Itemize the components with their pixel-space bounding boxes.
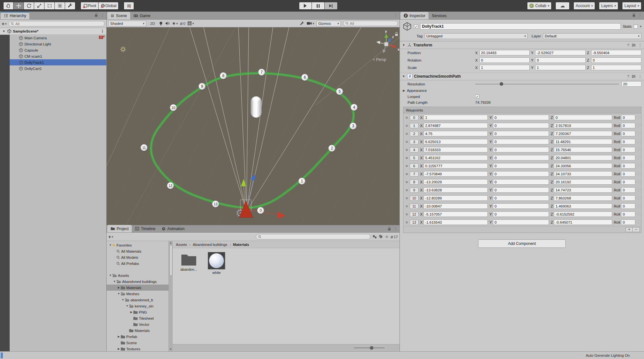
collab-dropdown[interactable]: ✓Collab▾ [527, 2, 552, 10]
create-object-button[interactable]: +▾ [2, 21, 6, 26]
waypoint-4-x-field[interactable] [424, 147, 488, 152]
lock-icon[interactable] [632, 13, 636, 17]
project-tree-item-png[interactable]: ▶PNG [107, 309, 168, 315]
track-waypoint-marker-5[interactable]: 5 [336, 88, 343, 96]
scrollbar-thumb[interactable] [169, 245, 172, 276]
track-waypoint-marker-8[interactable]: 8 [220, 73, 227, 80]
scene-viewport[interactable]: ⚙ 012345678910111213 [107, 27, 399, 225]
waypoint-9-x-field[interactable] [424, 187, 488, 193]
slider-thumb[interactable] [500, 82, 503, 86]
waypoint-move-icon[interactable] [636, 171, 640, 176]
grid-visibility-dropdown[interactable]: ▾ [187, 21, 194, 25]
x-axis-handle[interactable] [277, 211, 286, 218]
active-checkbox[interactable]: ✓ [414, 24, 418, 29]
hierarchy-item-capsule[interactable]: Capsule [10, 47, 106, 53]
position-y-field[interactable] [535, 50, 585, 55]
waypoint-7-z-field[interactable] [554, 171, 612, 177]
track-waypoint-marker-6[interactable]: 6 [301, 74, 308, 82]
drag-handle[interactable]: = [405, 116, 409, 120]
breadcrumb-current[interactable]: Materials [233, 243, 249, 247]
breadcrumb-assets[interactable]: Assets [176, 243, 187, 247]
project-tree-item-abandoned-buildings[interactable]: ▼Abandoned buildings [107, 278, 168, 285]
lighting-toggle[interactable] [159, 21, 163, 26]
project-tree-item-all-prefabs[interactable]: All Prefabs [107, 260, 168, 267]
waypoint-3-z-field[interactable] [554, 139, 612, 144]
waypoint-3-roll-field[interactable] [621, 139, 635, 144]
tab-project[interactable]: Project [107, 225, 132, 232]
gameobject-name-field[interactable]: DollyTrack1 [420, 23, 621, 30]
waypoint-4-roll-field[interactable] [621, 147, 635, 152]
waypoint-11-z-field[interactable] [554, 203, 612, 209]
hierarchy-item-directional-light[interactable]: Directional Light [10, 41, 106, 47]
position-x-field[interactable] [479, 50, 530, 55]
step-button[interactable] [325, 2, 338, 10]
panel-menu-icon[interactable]: ⋮ [638, 13, 642, 17]
project-search[interactable] [256, 234, 370, 239]
project-tree-item-materials[interactable]: ▶Materials [107, 285, 168, 291]
project-tree-item-prefab[interactable]: ▶Prefab [107, 334, 168, 340]
panel-menu-icon[interactable]: ⋮ [394, 227, 398, 231]
drag-handle[interactable]: = [405, 148, 409, 152]
waypoint-index[interactable]: 5 [410, 155, 418, 160]
capsule-object[interactable] [251, 96, 262, 118]
y-axis-handle[interactable] [241, 179, 246, 186]
foldout-icon[interactable]: ▼ [2, 30, 6, 33]
tab-scene[interactable]: Scene [107, 12, 130, 19]
hierarchy-item-dollytrack1[interactable]: DollyTrack1 [10, 59, 106, 65]
transform-tool-button[interactable] [55, 2, 65, 10]
waypoint-5-z-field[interactable] [554, 155, 612, 160]
waypoint-1-z-field[interactable] [554, 123, 612, 128]
waypoint-move-icon[interactable] [636, 147, 640, 152]
grid-snap-button[interactable] [124, 2, 134, 10]
waypoint-11-roll-field[interactable] [621, 203, 635, 209]
tab-game[interactable]: Game [130, 12, 154, 19]
drag-handle[interactable]: = [405, 132, 409, 136]
waypoint-0-roll-field[interactable] [621, 115, 635, 120]
waypoint-9-z-field[interactable] [554, 187, 612, 193]
static-dropdown-icon[interactable]: ▾ [640, 25, 641, 28]
waypoint-move-icon[interactable] [636, 220, 640, 225]
drag-handle[interactable]: = [405, 156, 409, 160]
project-tree-item-all-materials[interactable]: All Materials [107, 248, 168, 254]
track-waypoint-marker-7[interactable]: 7 [258, 69, 265, 76]
track-waypoint-marker-3[interactable]: 3 [350, 123, 357, 130]
waypoint-5-roll-field[interactable] [621, 155, 635, 160]
waypoint-13-roll-field[interactable] [621, 219, 635, 225]
waypoint-5-y-field[interactable] [493, 155, 549, 160]
asset-item-folder[interactable]: abandon... [177, 252, 200, 271]
help-icon[interactable]: ? [627, 74, 629, 78]
foldout-icon[interactable]: ▶ [117, 286, 120, 289]
presets-icon[interactable] [632, 44, 636, 47]
project-tree-item-tilesheet[interactable]: Tilesheet [107, 315, 168, 321]
asset-item-material[interactable]: white [205, 252, 228, 275]
track-waypoint-marker-13[interactable]: 13 [212, 201, 219, 208]
layers-dropdown[interactable]: Layers▾ [599, 2, 618, 10]
thumbnail-zoom-slider[interactable] [354, 347, 385, 348]
waypoint-1-x-field[interactable] [424, 123, 488, 128]
waypoint-12-roll-field[interactable] [621, 211, 635, 217]
presets-icon[interactable] [632, 75, 636, 78]
rotate-tool-button[interactable] [24, 2, 34, 10]
foldout-icon[interactable]: ▼ [121, 298, 125, 301]
track-waypoint-marker-0[interactable]: 0 [257, 207, 264, 215]
waypoint-10-z-field[interactable] [554, 195, 612, 201]
help-icon[interactable]: ? [627, 43, 629, 47]
foldout-icon[interactable]: ▼ [109, 274, 112, 277]
camera-overlay-badge[interactable] [99, 35, 104, 40]
waypoint-0-z-field[interactable] [554, 115, 612, 120]
waypoint-move-icon[interactable] [636, 196, 640, 200]
tab-animation[interactable]: Animation [159, 225, 187, 232]
component-menu-icon[interactable]: ⋮ [638, 43, 642, 47]
scale-y-field[interactable] [535, 65, 585, 70]
waypoint-10-roll-field[interactable] [621, 195, 635, 201]
waypoint-4-y-field[interactable] [493, 147, 549, 152]
play-button[interactable] [299, 2, 312, 10]
effects-dropdown[interactable]: ★▾ [172, 21, 178, 26]
gameobject-cube-icon[interactable] [402, 22, 412, 31]
lock-icon[interactable] [94, 13, 98, 17]
waypoint-index[interactable]: 0 [410, 115, 418, 120]
drag-handle[interactable]: = [405, 204, 409, 208]
drag-handle[interactable]: = [405, 188, 409, 192]
hierarchy-item-cm-vcam1[interactable]: CM vcam1 [10, 53, 106, 59]
viewport-lock-icon[interactable] [395, 32, 398, 36]
